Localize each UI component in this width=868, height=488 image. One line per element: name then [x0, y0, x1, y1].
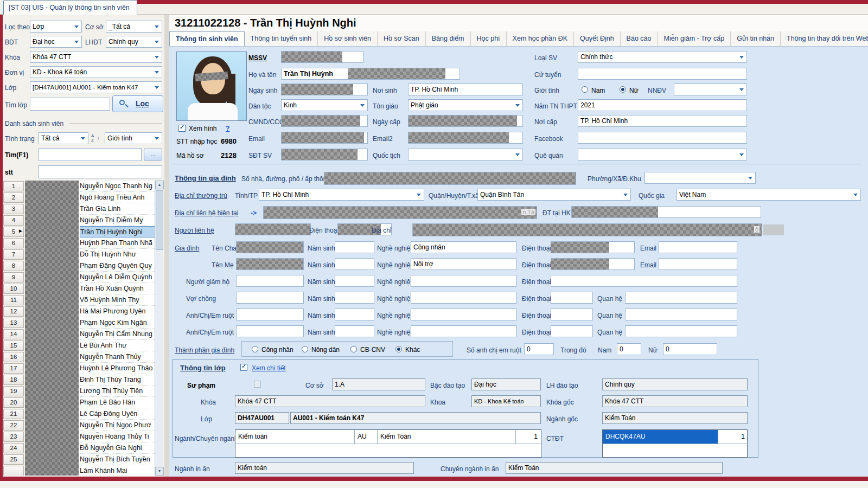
vc-dien-thoai-input[interactable]	[551, 292, 593, 304]
student-name[interactable]: Nguyễn Ngọc Thanh Ng	[80, 181, 159, 192]
student-name[interactable]: Đỗ Thị Huỳnh Như	[80, 249, 159, 260]
student-name[interactable]: Nguyễn Thị Cẩm Nhung	[80, 329, 159, 340]
tab-thong-tin-sinh-vien[interactable]: Thông tin sinh viên	[169, 31, 245, 46]
gia-dinh-label[interactable]: Gia đình	[175, 242, 199, 254]
tab-bao-cao[interactable]: Báo cáo	[621, 31, 658, 46]
student-row[interactable]: 22Nguyễn Thị Ngọc Phươ	[3, 420, 163, 431]
tim-lop-input[interactable]	[30, 98, 110, 111]
email-input[interactable]	[281, 132, 368, 144]
nu-radio[interactable]	[620, 86, 626, 93]
giam-ho-nam-sinh-input[interactable]	[335, 275, 374, 287]
student-name[interactable]: Đinh Thị Thùy Trang	[80, 374, 159, 386]
ten-cha-input[interactable]	[236, 241, 304, 253]
student-row[interactable]: 16Nguyễn Thanh Thủy	[3, 351, 163, 363]
student-name[interactable]: Huỳnh Phan Thanh Nhã	[80, 237, 159, 249]
more-button[interactable]: ...	[144, 149, 162, 160]
nam-tn-thpt-input[interactable]: 2021	[578, 99, 747, 111]
student-name[interactable]: Nguyễn Thị Diễm My	[80, 215, 159, 226]
tab-mien-giam-tro-cap[interactable]: Miễn giảm - Trợ cấp	[658, 31, 731, 46]
student-row[interactable]: 10Trần Hồ Xuân Quỳnh	[3, 283, 163, 294]
cu-tuyen-input[interactable]	[578, 68, 747, 80]
sdt-sv-input[interactable]	[281, 149, 368, 160]
nguoi-lh-dia-chi-redacted-input[interactable]: ồ	[412, 223, 762, 236]
ace2-quan-he-input[interactable]	[625, 325, 737, 337]
cha-dien-thoai-input[interactable]	[551, 241, 635, 253]
filter-lhdt-select[interactable]: Chính quy	[106, 36, 162, 48]
me-email-input[interactable]	[659, 258, 737, 270]
student-name[interactable]: Phạm Đặng Quyên Quy	[80, 260, 159, 272]
student-row[interactable]: 21Lê Cáp Đông Uyên	[3, 408, 163, 420]
giam-ho-dien-thoai-input[interactable]	[551, 275, 737, 287]
tab-gui-tin-nhan[interactable]: Gửi tin nhắn	[731, 31, 781, 46]
student-name[interactable]: Phạm Lê Bảo Hân	[80, 397, 159, 408]
student-row-selected[interactable]: 5►Trần Thị Huỳnh Nghi	[3, 226, 163, 237]
giam-ho-input[interactable]	[236, 275, 304, 287]
ngay-cap-input[interactable]	[408, 115, 523, 127]
cha-nam-sinh-input[interactable]	[335, 241, 374, 253]
vo-chong-input[interactable]	[236, 292, 304, 304]
tp-khac-radio[interactable]	[395, 346, 402, 352]
mssv-input[interactable]	[281, 51, 363, 63]
scroll-thumb[interactable]	[156, 190, 163, 250]
student-row[interactable]: 11Võ Huỳnh Minh Thy	[3, 294, 163, 306]
filter-khoa-select[interactable]: Khóa 47 CTT	[30, 51, 162, 63]
vc-nghe-input[interactable]	[411, 292, 516, 304]
nndv-select[interactable]	[674, 84, 747, 95]
phuong-select[interactable]	[644, 172, 756, 184]
student-row[interactable]: 8Phạm Đặng Quyên Quy	[3, 260, 163, 272]
student-name[interactable]: Ngô Hoàng Triều Anh	[80, 192, 159, 203]
student-name[interactable]: Lương Thị Thủy Tiên	[80, 386, 159, 397]
nganh-cell-name[interactable]: Kiểm toán	[235, 430, 355, 444]
list-scrollbar[interactable]: ▲ ▼	[155, 181, 163, 476]
tab-hoc-phi[interactable]: Học phí	[471, 31, 507, 46]
student-name[interactable]: Trần Hồ Xuân Quỳnh	[80, 283, 159, 294]
tab-thong-tin-thay-doi-web[interactable]: Thông tin thay đổi trên Web	[781, 31, 868, 46]
xem-chi-tiet-link[interactable]: Xem chi tiết	[252, 362, 286, 374]
document-tab[interactable]: [ST 03] UIS - Quản lý thông tin sinh viê…	[3, 1, 137, 15]
quoc-gia-select[interactable]: Việt Nam	[676, 189, 861, 201]
student-row[interactable]: 12Hà Mai Phương Uyên	[3, 306, 163, 317]
tab-xem-hoc-phan-dk[interactable]: Xem học phần ĐK	[507, 31, 574, 46]
student-name[interactable]: Trần Gia Linh	[80, 203, 159, 215]
filter-bdt-select[interactable]: Đại học	[30, 36, 82, 48]
student-name[interactable]: Võ Huỳnh Minh Thy	[80, 294, 159, 306]
filter-don-vi-select[interactable]: KD - Khoa Kế toán	[30, 66, 162, 78]
student-row[interactable]: 4Nguyễn Thị Diễm My	[3, 215, 163, 226]
ctdt-order-cell[interactable]: 1	[718, 430, 748, 444]
ho-ten-input[interactable]: Trần Thị Huỳnh	[281, 68, 460, 80]
loai-sv-select[interactable]: Chính thức	[578, 51, 747, 63]
filter-lop-select[interactable]: [DH47AU001] AU001 - Kiểm toán K47	[30, 81, 162, 93]
student-row[interactable]: 15Lê Bùi Anh Thư	[3, 340, 163, 351]
email2-input[interactable]	[408, 132, 523, 144]
tp-cb-cnv-radio[interactable]	[350, 346, 357, 352]
tab-quyet-dinh[interactable]: Quyết Định	[574, 31, 621, 46]
tab-ho-so-scan[interactable]: Hồ sơ Scan	[378, 31, 426, 46]
help-link[interactable]: ?	[226, 123, 229, 134]
tp-nong-dan-radio[interactable]	[302, 346, 308, 352]
student-row[interactable]: 9Nguyễn Lê Diễm Quỳnh	[3, 272, 163, 283]
student-row[interactable]: 7Đỗ Thị Huỳnh Như	[3, 249, 163, 260]
student-row[interactable]: 6Huỳnh Phan Thanh Nhã	[3, 237, 163, 249]
student-name[interactable]: Lâm Khánh Mai	[80, 465, 159, 476]
tp-nam-input[interactable]: 0	[617, 343, 641, 355]
sort-az-icon[interactable]: AZ↓	[91, 132, 103, 144]
student-row[interactable]: 18Đinh Thị Thùy Trang	[3, 374, 163, 386]
tp-cong-nhan-radio[interactable]	[252, 346, 258, 352]
student-row[interactable]: 23Nguyễn Hoàng Thủy Ti	[3, 431, 163, 442]
student-name[interactable]: Huỳnh Lê Phương Thảo	[80, 363, 159, 374]
tinh-tp-select[interactable]: TP. Hồ Chí Minh	[259, 189, 424, 201]
xem-chi-tiet-checkbox[interactable]	[240, 364, 247, 371]
student-name[interactable]: Đỗ Nguyễn Gia Nghi	[80, 442, 159, 454]
student-row[interactable]: 25Nguyễn Thị Bích Tuyền	[3, 454, 163, 465]
scroll-up-button[interactable]: ▲	[155, 181, 164, 189]
quan-huyen-select[interactable]: Quận Bình Tân	[477, 189, 631, 201]
dan-toc-select[interactable]: Kinh	[281, 99, 368, 111]
ace2-input[interactable]	[236, 325, 304, 337]
vc-quan-he-input[interactable]	[625, 292, 737, 304]
student-name[interactable]: Nguyễn Thị Ngọc Phươ	[80, 420, 159, 431]
me-dien-thoai-input[interactable]	[551, 258, 635, 270]
ace1-nghe-input[interactable]	[411, 309, 516, 320]
ace1-dien-thoai-input[interactable]	[551, 309, 593, 320]
ten-me-input[interactable]	[236, 258, 304, 270]
cmnd-input[interactable]	[281, 115, 368, 127]
